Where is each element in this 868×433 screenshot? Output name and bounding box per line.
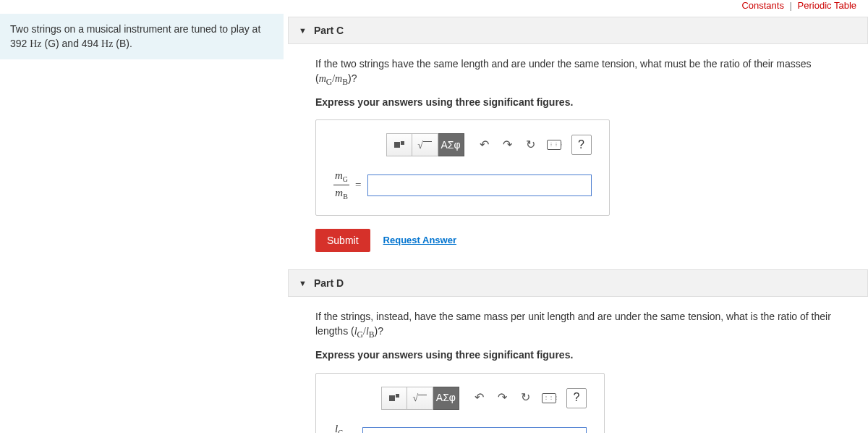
keyboard-icon [542,393,556,403]
math-expr: lG/lB [354,326,375,337]
part-title: Part C [314,25,344,36]
unit-hz: Hz [30,38,41,49]
redo-button[interactable]: ↷ [496,133,519,156]
redo-icon: ↷ [503,137,512,153]
question-fragment: If the two strings have the same length … [315,58,812,84]
template-icon [394,141,404,149]
part-d-body: If the strings, instead, have the same m… [288,297,868,433]
unit-hz: Hz [101,38,113,49]
reset-button[interactable]: ↻ [514,387,537,410]
problem-text: (B). [113,38,132,49]
greek-button[interactable]: ΑΣφ [438,133,464,156]
part-title: Part D [314,277,344,289]
top-links: Constants | Periodic Table [0,0,868,14]
reset-button[interactable]: ↻ [519,133,542,156]
constants-link[interactable]: Constants [741,0,784,11]
undo-icon: ↶ [480,137,489,153]
redo-button[interactable]: ↷ [491,387,514,410]
undo-button[interactable]: ↶ [468,387,491,410]
problem-statement: Two strings on a musical instrument are … [0,14,284,59]
toolbar: √ ΑΣφ ↶ ↷ ↻ ? [333,133,592,156]
greek-button[interactable]: ΑΣφ [433,387,459,410]
keyboard-button[interactable] [537,387,561,410]
root-icon: √ [413,391,427,405]
collapse-icon: ▼ [299,279,307,287]
toolbar: √ ΑΣφ ↶ ↷ ↻ ? [333,387,587,410]
actions-row: Submit Request Answer [315,229,851,252]
part-d-header[interactable]: ▼ Part D [288,269,868,297]
question-fragment: If the strings, instead, have the same m… [315,311,831,337]
submit-button[interactable]: Submit [315,229,370,252]
equation-row: lG lB = [333,421,587,433]
root-button[interactable]: √ [412,133,438,156]
redo-icon: ↷ [498,390,507,405]
periodic-table-link[interactable]: Periodic Table [798,0,856,11]
instruction-text: Express your answers using three signifi… [315,96,851,110]
part-c-body: If the two strings have the same length … [288,44,868,265]
keyboard-button[interactable] [542,133,566,156]
template-button[interactable] [381,387,407,410]
equation-row: mG mB = [333,168,592,202]
request-answer-link[interactable]: Request Answer [383,234,456,247]
answer-input[interactable] [362,427,587,433]
undo-icon: ↶ [475,390,484,405]
instruction-text: Express your answers using three signifi… [315,348,851,363]
question-fragment: )? [348,72,357,84]
root-icon: √ [417,138,432,153]
question-fragment: )? [375,325,383,337]
root-button[interactable]: √ [407,387,433,410]
fraction-label: mG mB [333,168,349,202]
help-button[interactable]: ? [566,388,587,408]
help-button[interactable]: ? [571,135,592,155]
reset-icon: ↻ [526,137,535,153]
part-c-header[interactable]: ▼ Part C [288,17,868,44]
keyboard-icon [547,140,561,150]
collapse-icon: ▼ [299,26,307,35]
fraction-label: lG lB [333,421,344,433]
equals-sign: = [355,177,361,193]
answer-box: √ ΑΣφ ↶ ↷ ↻ ? lG lB = [315,373,605,433]
template-icon [389,394,399,402]
problem-text: (G) and 494 [42,38,102,49]
reset-icon: ↻ [521,390,530,405]
answer-box: √ ΑΣφ ↶ ↷ ↻ ? mG mB = [315,119,610,216]
template-button[interactable] [386,133,412,156]
separator: | [790,0,792,11]
question-text: If the strings, instead, have the same m… [315,310,851,341]
undo-button[interactable]: ↶ [473,133,496,156]
question-text: If the two strings have the same length … [315,57,851,88]
equals-sign: = [350,431,356,433]
math-expr: mG/mB [319,73,348,84]
answer-input[interactable] [367,175,592,196]
